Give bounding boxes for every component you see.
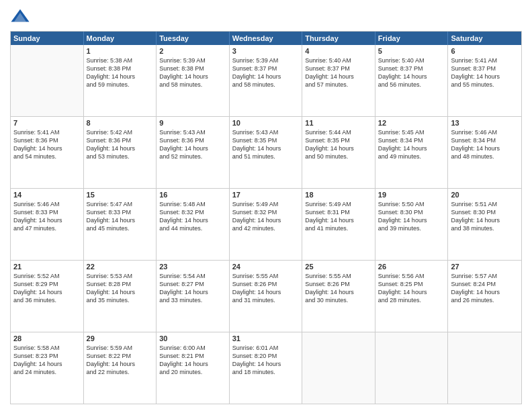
cal-cell: 17Sunrise: 5:49 AMSunset: 8:32 PMDayligh… [230, 189, 303, 260]
calendar-body: 1Sunrise: 5:38 AMSunset: 8:38 PMDaylight… [11, 45, 521, 404]
cell-line: Sunrise: 5:38 AM [87, 56, 154, 64]
cell-line: and 50 minutes. [305, 152, 372, 161]
cal-cell [302, 332, 375, 404]
cell-line: Sunset: 8:35 PM [305, 136, 372, 144]
cell-line: Sunrise: 5:41 AM [13, 128, 81, 136]
cell-line: Sunrise: 5:48 AM [159, 200, 226, 208]
cell-line: Daylight: 14 hours [451, 73, 519, 81]
cell-line: Sunrise: 5:39 AM [232, 56, 300, 64]
cell-line: Sunset: 8:34 PM [451, 136, 519, 144]
cell-line: Daylight: 14 hours [305, 73, 372, 81]
cell-line: and 24 minutes. [13, 368, 81, 376]
cal-cell: 29Sunrise: 5:59 AMSunset: 8:22 PMDayligh… [84, 332, 157, 404]
day-number: 9 [159, 119, 226, 127]
cell-line: and 18 minutes. [232, 368, 300, 376]
cell-line: Sunset: 8:26 PM [232, 280, 300, 288]
cell-line: Daylight: 14 hours [13, 360, 81, 368]
cell-line: Sunset: 8:38 PM [159, 64, 226, 73]
day-number: 11 [305, 119, 372, 127]
cell-line: Daylight: 14 hours [378, 216, 445, 224]
cell-line: Sunset: 8:32 PM [159, 208, 226, 216]
day-number: 26 [378, 263, 445, 271]
cell-line: and 54 minutes. [13, 152, 81, 161]
cell-line: Sunrise: 5:46 AM [13, 200, 81, 208]
cal-cell: 1Sunrise: 5:38 AMSunset: 8:38 PMDaylight… [84, 45, 157, 116]
cal-cell: 6Sunrise: 5:41 AMSunset: 8:37 PMDaylight… [448, 45, 521, 116]
cell-line: and 20 minutes. [159, 368, 226, 376]
cell-line: and 55 minutes. [451, 81, 519, 89]
cal-cell: 26Sunrise: 5:56 AMSunset: 8:25 PMDayligh… [375, 261, 449, 332]
cell-line: and 58 minutes. [159, 81, 226, 89]
cal-cell [11, 45, 84, 116]
cell-line: Daylight: 14 hours [159, 288, 226, 296]
day-number: 14 [13, 191, 81, 199]
cell-line: Sunset: 8:35 PM [232, 136, 300, 144]
logo [10, 7, 33, 27]
cell-line: Daylight: 14 hours [87, 73, 154, 81]
day-number: 17 [232, 191, 300, 199]
cal-cell: 11Sunrise: 5:44 AMSunset: 8:35 PMDayligh… [302, 117, 375, 188]
cell-line: Sunset: 8:24 PM [451, 280, 519, 288]
cell-line: and 48 minutes. [451, 152, 519, 161]
cell-line: Daylight: 14 hours [159, 216, 226, 224]
cell-line: Sunset: 8:30 PM [378, 208, 445, 216]
cell-line: and 51 minutes. [232, 152, 300, 161]
day-number: 12 [378, 119, 445, 127]
cell-line: Sunrise: 5:43 AM [159, 128, 226, 136]
cell-line: Daylight: 14 hours [87, 288, 154, 296]
cell-line: Daylight: 14 hours [159, 144, 226, 152]
cal-cell: 5Sunrise: 5:40 AMSunset: 8:37 PMDaylight… [375, 45, 449, 116]
day-number: 16 [159, 191, 226, 199]
day-number: 15 [87, 191, 154, 199]
day-number: 31 [232, 334, 300, 342]
cal-cell: 13Sunrise: 5:46 AMSunset: 8:34 PMDayligh… [448, 117, 521, 188]
cell-line: and 28 minutes. [378, 296, 445, 304]
cell-line: Sunrise: 5:49 AM [232, 200, 300, 208]
day-number: 8 [87, 119, 154, 127]
cell-line: and 52 minutes. [159, 152, 226, 161]
cell-line: Daylight: 14 hours [232, 216, 300, 224]
cell-line: Sunrise: 5:52 AM [13, 272, 81, 280]
cell-line: Daylight: 14 hours [378, 144, 445, 152]
cal-cell: 10Sunrise: 5:43 AMSunset: 8:35 PMDayligh… [230, 117, 303, 188]
cell-line: and 26 minutes. [451, 296, 519, 304]
cell-line: and 22 minutes. [87, 368, 154, 376]
cell-line: Daylight: 14 hours [305, 144, 372, 152]
calendar: SundayMondayTuesdayWednesdayThursdayFrid… [10, 31, 522, 404]
cal-cell: 28Sunrise: 5:58 AMSunset: 8:23 PMDayligh… [11, 332, 84, 404]
cell-line: Sunrise: 5:40 AM [378, 56, 445, 64]
page: SundayMondayTuesdayWednesdayThursdayFrid… [0, 0, 532, 411]
cell-line: Sunset: 8:32 PM [232, 208, 300, 216]
day-number: 29 [87, 334, 154, 342]
cell-line: and 49 minutes. [378, 152, 445, 161]
day-number: 27 [451, 263, 519, 271]
cell-line: and 36 minutes. [13, 296, 81, 304]
cell-line: Daylight: 14 hours [378, 73, 445, 81]
cell-line: Daylight: 14 hours [232, 73, 300, 81]
day-number: 2 [159, 47, 226, 55]
cell-line: and 45 minutes. [87, 224, 154, 232]
cell-line: Sunrise: 5:55 AM [232, 272, 300, 280]
day-number: 3 [232, 47, 300, 55]
header-cell-wednesday: Wednesday [230, 32, 303, 45]
cell-line: Daylight: 14 hours [159, 73, 226, 81]
day-number: 4 [305, 47, 372, 55]
cell-line: Sunset: 8:20 PM [232, 352, 300, 360]
cell-line: and 42 minutes. [232, 224, 300, 232]
header-cell-sunday: Sunday [11, 32, 84, 45]
cell-line: and 47 minutes. [13, 224, 81, 232]
cell-line: Daylight: 14 hours [232, 288, 300, 296]
cell-line: and 35 minutes. [87, 296, 154, 304]
header-cell-thursday: Thursday [302, 32, 375, 45]
cell-line: and 41 minutes. [305, 224, 372, 232]
cell-line: Sunset: 8:33 PM [13, 208, 81, 216]
day-number: 19 [378, 191, 445, 199]
cell-line: Sunrise: 5:55 AM [305, 272, 372, 280]
cell-line: and 57 minutes. [305, 81, 372, 89]
cell-line: Sunrise: 5:59 AM [87, 344, 154, 352]
cell-line: Daylight: 14 hours [451, 288, 519, 296]
day-number: 20 [451, 191, 519, 199]
cell-line: and 59 minutes. [87, 81, 154, 89]
cell-line: Daylight: 14 hours [87, 216, 154, 224]
cal-cell: 4Sunrise: 5:40 AMSunset: 8:37 PMDaylight… [302, 45, 375, 116]
